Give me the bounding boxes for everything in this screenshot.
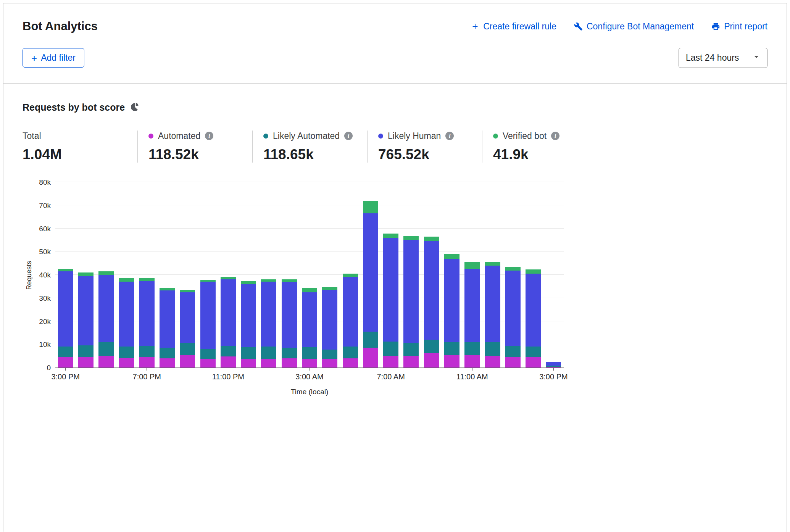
bar-segment-automated — [241, 359, 256, 368]
bar-slot — [279, 182, 299, 368]
stats-row: Total 1.04M Automated i 118.52k Likely A… — [23, 131, 767, 163]
stacked-bar — [363, 201, 378, 368]
x-tick-slot: 3:00 PM — [543, 368, 564, 386]
bar-segment-automated — [343, 358, 358, 368]
bar-segment-automated — [302, 359, 317, 368]
stacked-bar — [505, 267, 521, 368]
info-icon[interactable]: i — [205, 132, 213, 140]
stat-automated-value: 118.52k — [148, 147, 252, 163]
stat-automated: Automated i 118.52k — [137, 131, 252, 163]
stacked-bar — [383, 234, 398, 368]
bar-slot — [299, 182, 319, 368]
bar-segment-likely-human — [444, 259, 459, 342]
bar-segment-likely-automated — [241, 347, 256, 359]
info-icon[interactable]: i — [344, 132, 353, 140]
bar-segment-verified-bot — [526, 269, 541, 274]
info-icon[interactable]: i — [445, 132, 454, 140]
bar-segment-likely-human — [363, 213, 378, 332]
add-filter-button[interactable]: + Add filter — [23, 48, 84, 68]
plot-area — [55, 182, 564, 368]
bar-segment-likely-automated — [485, 342, 500, 356]
bar-segment-automated — [505, 357, 521, 368]
bar-slot — [137, 182, 157, 368]
stacked-bar — [98, 271, 114, 368]
bar-slot — [421, 182, 442, 368]
bar-segment-likely-automated — [363, 332, 378, 348]
bar-segment-verified-bot — [241, 281, 256, 284]
header: Bot Analytics Create firewall rule Confi… — [3, 3, 787, 84]
bar-segment-likely-human — [282, 282, 297, 348]
bar-segment-likely-human — [221, 279, 236, 346]
configure-bot-management-link[interactable]: Configure Bot Management — [574, 21, 694, 32]
bar-slot — [523, 182, 543, 368]
bar-segment-likely-human — [302, 292, 317, 347]
bar-segment-verified-bot — [78, 272, 94, 276]
bar-slot — [482, 182, 503, 368]
bar-segment-automated — [322, 359, 337, 368]
bar-segment-likely-automated — [322, 350, 337, 359]
bar-segment-likely-human — [383, 238, 398, 342]
stacked-bar — [464, 262, 480, 368]
y-axis-ticks: 010k20k30k40k50k60k70k80k — [35, 182, 55, 368]
bar-segment-verified-bot — [302, 288, 317, 292]
bar-slot — [96, 182, 116, 368]
bar-segment-automated — [546, 367, 561, 368]
bar-slot — [76, 182, 96, 368]
x-axis-title: Time (local) — [55, 388, 564, 396]
bar-segment-likely-automated — [139, 346, 155, 357]
stat-verified-bot-value: 41.9k — [493, 147, 597, 163]
add-filter-label: Add filter — [41, 53, 76, 63]
bar-segment-verified-bot — [505, 267, 521, 271]
bar-segment-likely-automated — [526, 347, 541, 357]
print-report-link[interactable]: Print report — [711, 21, 767, 32]
bar-segment-likely-human — [403, 240, 419, 343]
bar-segment-automated — [363, 348, 378, 368]
bar-slot — [239, 182, 259, 368]
stacked-bar — [180, 290, 195, 368]
bar-segment-likely-human — [261, 282, 276, 347]
bar-slot — [462, 182, 482, 368]
bar-slot — [442, 182, 462, 368]
header-actions: Create firewall rule Configure Bot Manag… — [471, 21, 767, 32]
bar-segment-verified-bot — [424, 237, 439, 241]
x-tick-slot: 11:00 AM — [462, 368, 482, 386]
gridline — [55, 182, 564, 182]
x-tick-slot: 11:00 PM — [218, 368, 238, 386]
stacked-bar — [322, 287, 337, 368]
create-firewall-rule-label: Create firewall rule — [483, 21, 556, 32]
stacked-bar — [282, 279, 297, 368]
bar-segment-likely-human — [485, 266, 500, 342]
y-axis-title: Requests — [23, 182, 35, 368]
y-tick-label: 60k — [39, 225, 51, 233]
bar-slot — [381, 182, 401, 368]
y-tick-label: 70k — [39, 202, 51, 210]
info-icon[interactable]: i — [551, 132, 559, 140]
bar-segment-automated — [383, 356, 398, 368]
time-range-select[interactable]: Last 24 hours — [679, 48, 767, 68]
stat-likely-human-value: 765.52k — [378, 147, 482, 163]
bar-segment-automated — [180, 355, 195, 368]
stacked-bar — [139, 278, 155, 368]
x-tick-slot — [259, 368, 279, 386]
bar-slot — [55, 182, 76, 368]
bar-segment-verified-bot — [343, 274, 358, 277]
bar-segment-automated — [526, 357, 541, 368]
automated-legend-dot — [148, 134, 153, 139]
x-tick-slot — [177, 368, 198, 386]
y-tick-label: 40k — [39, 271, 51, 279]
x-tick-slot: 7:00 PM — [137, 368, 157, 386]
x-tick-slot — [76, 368, 96, 386]
requests-chart: Requests 010k20k30k40k50k60k70k80k 3:00 … — [23, 182, 767, 396]
stacked-bar — [424, 237, 439, 368]
bar-segment-likely-human — [464, 269, 480, 342]
bar-segment-verified-bot — [485, 262, 500, 266]
bar-segment-likely-automated — [282, 348, 297, 358]
plus-icon — [471, 22, 479, 31]
bar-segment-likely-automated — [343, 347, 358, 358]
bar-segment-likely-automated — [221, 346, 236, 356]
bar-segment-automated — [139, 357, 155, 368]
bar-segment-likely-human — [505, 271, 521, 346]
create-firewall-rule-link[interactable]: Create firewall rule — [471, 21, 556, 32]
stacked-bar — [526, 269, 541, 368]
bar-segment-automated — [58, 357, 73, 368]
